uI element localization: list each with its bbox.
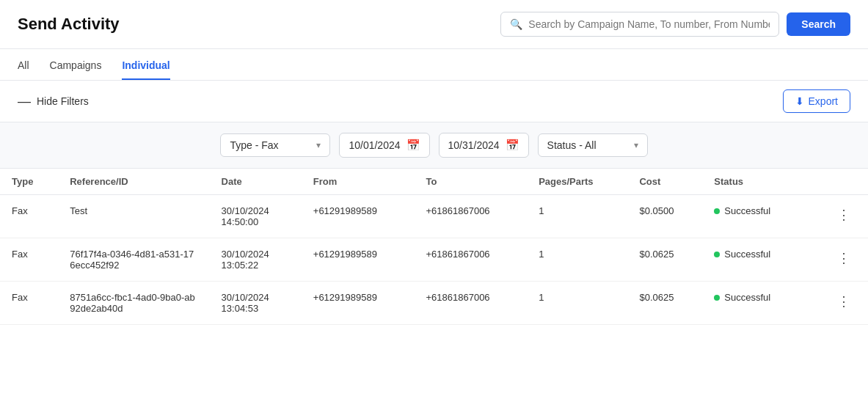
export-icon: ⬇	[795, 95, 804, 107]
status-dot	[714, 252, 720, 257]
hide-filters-toggle[interactable]: — Hide Filters	[18, 94, 89, 109]
export-label: Export	[809, 95, 838, 107]
page-header: Send Activity 🔍 Search	[0, 0, 868, 49]
cell-from: +61291989589	[302, 282, 415, 325]
col-from: From	[302, 169, 415, 195]
more-options-button[interactable]: ⋮	[831, 292, 856, 311]
status-label: Successful	[724, 205, 770, 216]
tab-individual[interactable]: Individual	[122, 49, 169, 80]
cell-date: 30/10/2024 13:05:22	[210, 238, 302, 282]
cell-date: 30/10/2024 14:50:00	[210, 195, 302, 238]
col-status: Status	[702, 169, 805, 195]
cell-to: +61861867006	[414, 238, 527, 282]
col-to: To	[414, 169, 527, 195]
status-filter-chevron: ▾	[634, 140, 638, 150]
date-to-value: 10/31/2024	[448, 139, 500, 151]
date-to-input[interactable]: 10/31/2024 📅	[439, 133, 529, 158]
status-filter-label: Status - All	[547, 139, 597, 151]
cell-more[interactable]: ⋮	[806, 238, 868, 282]
search-button[interactable]: Search	[787, 12, 850, 36]
cell-reference: Test	[58, 195, 209, 238]
status-dot	[714, 295, 720, 301]
table-row: Fax Test 30/10/2024 14:50:00 +6129198958…	[0, 195, 868, 238]
cell-to: +61861867006	[414, 195, 527, 238]
col-reference: Reference/ID	[58, 169, 209, 195]
search-input[interactable]	[528, 18, 770, 30]
cell-type: Fax	[0, 238, 58, 282]
more-options-button[interactable]: ⋮	[831, 249, 856, 268]
cell-date: 30/10/2024 13:04:53	[210, 282, 302, 325]
cell-status: Successful	[702, 195, 805, 238]
search-area: 🔍 Search	[500, 12, 850, 37]
cell-cost: $0.0500	[627, 195, 702, 238]
cell-status: Successful	[702, 282, 805, 325]
table-header-row: Type Reference/ID Date From To Pages/Par…	[0, 169, 868, 195]
calendar-to-icon: 📅	[506, 139, 519, 152]
col-actions	[806, 169, 868, 195]
cell-from: +61291989589	[302, 195, 415, 238]
page-title: Send Activity	[18, 15, 120, 34]
tab-campaigns[interactable]: Campaigns	[50, 49, 102, 80]
hide-filters-label: Hide Filters	[37, 95, 89, 107]
type-filter-chevron: ▾	[316, 140, 321, 150]
cell-cost: $0.0625	[627, 238, 702, 282]
filter-row: Type - Fax ▾ 10/01/2024 📅 10/31/2024 📅 S…	[0, 122, 868, 169]
cell-pages: 1	[527, 195, 627, 238]
export-button[interactable]: ⬇ Export	[783, 89, 850, 113]
cell-pages: 1	[527, 238, 627, 282]
col-type: Type	[0, 169, 58, 195]
calendar-from-icon: 📅	[406, 139, 420, 152]
status-label: Successful	[724, 249, 770, 260]
tab-bar: All Campaigns Individual	[0, 49, 868, 81]
col-cost: Cost	[627, 169, 702, 195]
cell-type: Fax	[0, 195, 58, 238]
date-from-input[interactable]: 10/01/2024 📅	[339, 133, 429, 158]
cell-to: +61861867006	[414, 282, 527, 325]
table-wrapper: Type Reference/ID Date From To Pages/Par…	[0, 169, 868, 325]
status-label: Successful	[724, 292, 770, 303]
table-row: Fax 76f17f4a-0346-4d81-a531-176ecc452f92…	[0, 238, 868, 282]
cell-from: +61291989589	[302, 238, 415, 282]
cell-status: Successful	[702, 238, 805, 282]
type-filter[interactable]: Type - Fax ▾	[220, 133, 330, 157]
col-date: Date	[210, 169, 302, 195]
cell-cost: $0.0625	[627, 282, 702, 325]
activity-table: Type Reference/ID Date From To Pages/Par…	[0, 169, 868, 325]
type-filter-label: Type - Fax	[230, 139, 278, 151]
search-icon: 🔍	[510, 18, 522, 30]
cell-reference: 76f17f4a-0346-4d81-a531-176ecc452f92	[58, 238, 209, 282]
cell-reference: 8751a6cc-fbc1-4ad0-9ba0-ab92de2ab40d	[58, 282, 209, 325]
cell-type: Fax	[0, 282, 58, 325]
filters-bar: — Hide Filters ⬇ Export	[0, 81, 868, 122]
status-filter[interactable]: Status - All ▾	[538, 133, 648, 157]
cell-more[interactable]: ⋮	[806, 195, 868, 238]
cell-pages: 1	[527, 282, 627, 325]
cell-more[interactable]: ⋮	[806, 282, 868, 325]
search-box: 🔍	[500, 12, 779, 37]
minus-icon: —	[18, 94, 31, 109]
status-dot	[714, 208, 720, 214]
col-pages: Pages/Parts	[527, 169, 627, 195]
more-options-button[interactable]: ⋮	[831, 205, 856, 224]
table-row: Fax 8751a6cc-fbc1-4ad0-9ba0-ab92de2ab40d…	[0, 282, 868, 325]
date-from-value: 10/01/2024	[349, 139, 400, 151]
tab-all[interactable]: All	[18, 49, 29, 80]
